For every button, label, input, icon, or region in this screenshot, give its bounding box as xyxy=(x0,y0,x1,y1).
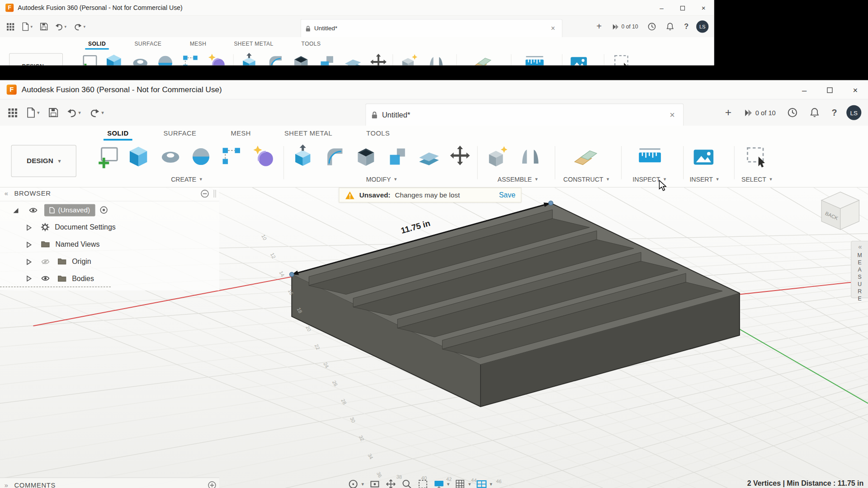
orbit-button[interactable]: ▾ xyxy=(348,479,364,488)
select-icon[interactable] xyxy=(743,144,769,169)
create-form-icon[interactable] xyxy=(251,144,277,169)
pattern-icon[interactable] xyxy=(180,52,201,66)
group-assemble-dropdown[interactable]: ASSEMBLE▾ xyxy=(476,176,559,183)
browser-root-row[interactable]: (Unsaved) xyxy=(0,202,219,219)
redo-button[interactable]: ▾ xyxy=(85,104,108,122)
measure-icon[interactable] xyxy=(524,52,545,66)
close-button[interactable]: × xyxy=(843,80,868,100)
undo-button[interactable]: ▾ xyxy=(51,19,70,34)
eye-icon[interactable] xyxy=(41,275,50,282)
tab-mesh[interactable]: MESH xyxy=(188,38,208,50)
offset-face-icon[interactable] xyxy=(342,52,363,66)
root-document-pill[interactable]: (Unsaved) xyxy=(44,204,95,216)
display-settings-button[interactable]: ▾ xyxy=(433,479,449,488)
measure-panel-tab[interactable]: « MEASURE xyxy=(851,241,868,298)
browser-item-named-views[interactable]: Named Views xyxy=(0,236,219,253)
help-button[interactable]: ? xyxy=(826,108,843,117)
undo-button[interactable]: ▾ xyxy=(62,104,85,122)
fillet-icon[interactable] xyxy=(265,52,286,66)
tab-tools[interactable]: TOOLS xyxy=(364,126,392,141)
avatar[interactable]: LS xyxy=(846,105,861,120)
collapsed-arrow-icon[interactable] xyxy=(25,241,32,248)
joint-icon[interactable] xyxy=(518,144,543,169)
look-at-button[interactable] xyxy=(369,479,380,488)
document-tab[interactable]: Untitled* × xyxy=(301,19,562,37)
save-button[interactable] xyxy=(44,104,62,122)
maximize-button[interactable] xyxy=(672,0,693,16)
group-create-dropdown[interactable]: CREATE▾ xyxy=(96,176,277,183)
new-component-icon[interactable] xyxy=(484,144,509,169)
group-select-dropdown[interactable]: SELECT▾ xyxy=(726,176,788,183)
revolve-icon[interactable] xyxy=(158,144,183,169)
history-button[interactable] xyxy=(781,108,804,118)
expand-right-icon[interactable]: » xyxy=(5,481,8,488)
construct-plane-icon[interactable] xyxy=(572,144,598,169)
press-pull-icon[interactable] xyxy=(239,52,259,66)
group-construct-dropdown[interactable]: CONSTRUCT▾ xyxy=(550,176,622,183)
joint-icon[interactable] xyxy=(426,52,447,66)
combine-icon[interactable] xyxy=(316,52,337,66)
file-menu-button[interactable]: ▾ xyxy=(18,19,36,34)
job-status-button[interactable]: 0 of 10 xyxy=(607,23,642,30)
notifications-button[interactable] xyxy=(661,22,679,31)
tab-close-icon[interactable]: × xyxy=(667,110,678,120)
workspace-selector[interactable]: DESIGN▾ xyxy=(9,53,63,66)
combine-icon[interactable] xyxy=(385,144,410,169)
revolve-icon[interactable] xyxy=(130,52,151,66)
minimize-button[interactable]: – xyxy=(651,0,672,16)
redo-button[interactable]: ▾ xyxy=(70,19,89,34)
activate-radio-icon[interactable] xyxy=(99,206,108,214)
tab-surface[interactable]: SURFACE xyxy=(131,38,165,50)
grid-snaps-button[interactable]: ▾ xyxy=(454,479,471,488)
tab-mesh[interactable]: MESH xyxy=(228,126,253,141)
collapsed-arrow-icon[interactable] xyxy=(25,275,32,282)
collapse-left-icon[interactable]: « xyxy=(5,190,8,197)
pan-button[interactable] xyxy=(385,479,396,488)
eye-icon[interactable] xyxy=(29,206,38,213)
job-status-button[interactable]: 0 of 10 xyxy=(738,108,781,117)
app-grid-button[interactable] xyxy=(3,104,22,122)
tab-solid[interactable]: SOLID xyxy=(103,126,134,141)
panel-grip[interactable] xyxy=(213,189,216,198)
tab-close-icon[interactable]: × xyxy=(548,24,557,33)
shell-icon[interactable] xyxy=(291,52,311,66)
tab-tools[interactable]: TOOLS xyxy=(300,38,322,50)
move-copy-icon[interactable] xyxy=(447,144,472,169)
new-document-tab-button[interactable]: + xyxy=(591,21,607,32)
browser-item-origin[interactable]: Origin xyxy=(0,253,219,270)
document-tab[interactable]: Untitled* × xyxy=(365,103,684,126)
extrude-icon[interactable] xyxy=(104,52,124,66)
create-form-icon[interactable] xyxy=(207,52,227,66)
sphere-icon[interactable] xyxy=(188,144,213,169)
collapsed-arrow-icon[interactable] xyxy=(25,224,32,230)
zoom-button[interactable] xyxy=(401,479,412,488)
save-link[interactable]: Save xyxy=(499,191,515,199)
shell-icon[interactable] xyxy=(353,144,378,169)
create-sketch-icon[interactable] xyxy=(96,144,122,169)
close-button[interactable]: × xyxy=(693,0,714,16)
group-modify-dropdown[interactable]: MODIFY▾ xyxy=(290,176,473,183)
file-menu-button[interactable]: ▾ xyxy=(22,104,44,122)
view-cube[interactable]: BACK xyxy=(813,189,868,236)
collapsed-arrow-icon[interactable] xyxy=(25,258,32,265)
app-grid-button[interactable] xyxy=(3,19,18,34)
viewport-canvas[interactable]: 11.75 in 1012141618202224262830323436384… xyxy=(0,188,868,488)
eye-off-icon[interactable] xyxy=(41,258,50,265)
insert-canvas-icon[interactable] xyxy=(568,52,589,66)
circle-minus-icon[interactable] xyxy=(200,189,209,198)
viewports-button[interactable]: ▾ xyxy=(476,479,492,488)
notifications-button[interactable] xyxy=(804,108,826,118)
tab-sheet-metal[interactable]: SHEET METAL xyxy=(230,38,278,50)
tab-solid[interactable]: SOLID xyxy=(84,38,109,50)
fillet-icon[interactable] xyxy=(322,144,348,169)
help-button[interactable]: ? xyxy=(679,23,693,31)
circle-plus-icon[interactable] xyxy=(208,480,217,488)
tab-surface[interactable]: SURFACE xyxy=(159,126,201,141)
save-button[interactable] xyxy=(36,19,51,34)
select-icon[interactable] xyxy=(612,52,632,66)
browser-item-document-settings[interactable]: Document Settings xyxy=(0,219,219,236)
fit-button[interactable] xyxy=(417,479,428,488)
workspace-selector[interactable]: DESIGN▾ xyxy=(11,145,76,177)
new-document-tab-button[interactable]: + xyxy=(718,106,738,119)
avatar[interactable]: LS xyxy=(696,20,708,33)
